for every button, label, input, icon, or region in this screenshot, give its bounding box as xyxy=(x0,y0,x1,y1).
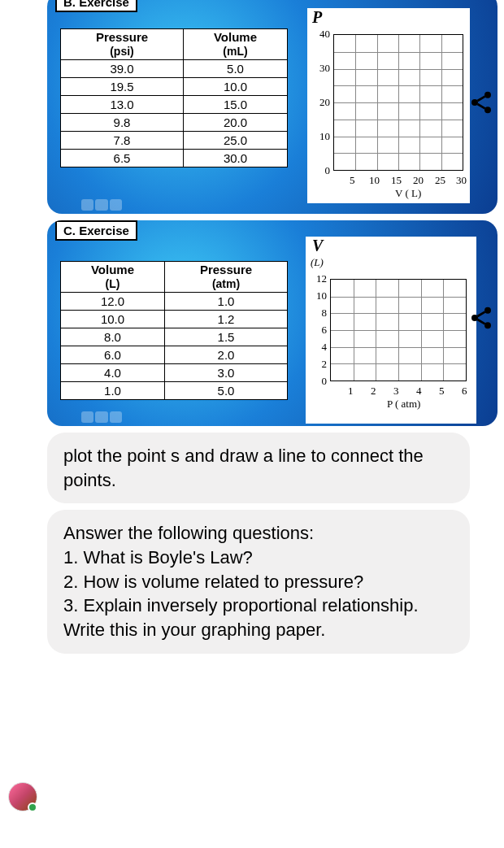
svg-point-5 xyxy=(484,322,491,328)
share-icon[interactable] xyxy=(468,305,494,331)
table-row: 1.05.0 xyxy=(61,382,288,400)
table-row: 9.820.0 xyxy=(61,114,288,132)
table-row: 12.01.0 xyxy=(61,293,288,311)
y-axis-label: P xyxy=(312,8,322,27)
exercise-c-table: Volume(L) Pressure(atm) 12.01.0 10.01.2 … xyxy=(60,261,288,400)
decoration xyxy=(81,199,122,211)
decoration xyxy=(81,411,122,423)
message-bubble[interactable]: Answer the following questions: 1. What … xyxy=(47,510,470,653)
table-row: 13.015.0 xyxy=(61,96,288,114)
svg-point-2 xyxy=(484,107,491,113)
exercise-c-tab: C. Exercise xyxy=(55,220,137,241)
y-axis-unit: (L) xyxy=(311,256,324,269)
table-row: 4.03.0 xyxy=(61,364,288,382)
table-row: 7.825.0 xyxy=(61,132,288,150)
table-row: 6.02.0 xyxy=(61,346,288,364)
y-axis-label: V xyxy=(312,237,323,255)
share-icon[interactable] xyxy=(468,89,494,115)
exercise-b-card: B. Exercise Pressure(psi) Volume(mL) 39.… xyxy=(47,0,497,214)
chart-grid xyxy=(333,34,463,171)
exercise-b-tab: B. Exercise xyxy=(55,0,137,12)
table-row: 8.01.5 xyxy=(61,328,288,346)
exercise-b-chart: P 40 30 20 10 0 5 10 15 20 25 30 V ( L) xyxy=(307,8,470,203)
table-row: 19.510.0 xyxy=(61,78,288,96)
table-row: 10.01.2 xyxy=(61,311,288,328)
message-bubble[interactable]: plot the point s and draw a line to conn… xyxy=(47,433,470,503)
svg-point-0 xyxy=(484,92,491,98)
chart-grid xyxy=(330,279,467,381)
presence-indicator xyxy=(28,802,37,812)
col-header: Volume(mL) xyxy=(183,29,287,60)
col-header: Pressure(psi) xyxy=(61,29,184,60)
table-row: 39.05.0 xyxy=(61,60,288,78)
table-row: 6.530.0 xyxy=(61,150,288,167)
col-header: Volume(L) xyxy=(61,262,165,293)
col-header: Pressure(atm) xyxy=(165,262,288,293)
exercise-c-card: C. Exercise Volume(L) Pressure(atm) 12.0… xyxy=(47,220,497,426)
svg-point-4 xyxy=(471,315,478,321)
svg-point-1 xyxy=(471,99,478,106)
x-axis-label: P ( atm) xyxy=(387,398,420,411)
svg-point-3 xyxy=(484,307,491,314)
exercise-b-table: Pressure(psi) Volume(mL) 39.05.0 19.510.… xyxy=(60,28,288,167)
exercise-c-chart: V (L) 12 10 8 6 4 2 0 1 2 3 4 5 6 P ( at… xyxy=(306,237,476,424)
x-axis-label: V ( L) xyxy=(395,187,421,200)
